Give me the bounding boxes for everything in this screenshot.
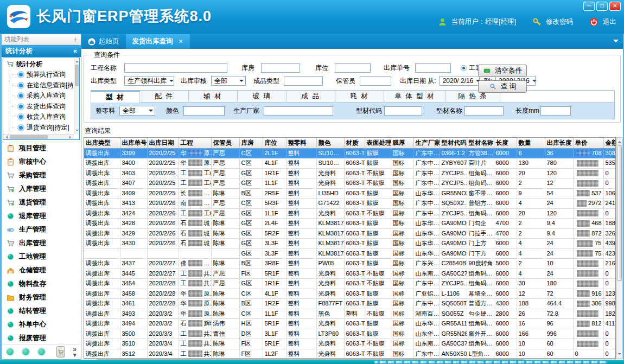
keeper-input[interactable] xyxy=(360,76,391,86)
tree-item[interactable]: 预算执行查询 xyxy=(4,69,73,80)
profile-name-input[interactable] xyxy=(464,106,504,116)
sidebar-item-工地管理[interactable]: 工地管理 xyxy=(2,250,81,264)
tab-close-icon[interactable]: ✕ xyxy=(179,38,183,45)
table-row[interactable]: 调拨出库35002020/3/3工共工程曹佳D区3L1F整料LT3P606063… xyxy=(84,329,616,339)
column-header-date[interactable]: 出库日期 xyxy=(147,138,179,148)
manufacturer-input[interactable] xyxy=(264,106,333,116)
project-name-input[interactable] xyxy=(124,63,227,73)
column-header-color[interactable]: 颜色 xyxy=(316,138,344,148)
sidebar-item-项目管理[interactable]: 项目管理 xyxy=(2,142,81,155)
outbound-no-input[interactable] xyxy=(415,63,451,73)
minimize-button[interactable]: ─ xyxy=(583,2,595,11)
pin-icon[interactable] xyxy=(72,36,78,42)
section-header-statistics[interactable]: 统计分析 « xyxy=(2,45,81,57)
sidebar-item-物料盘存[interactable]: 物料盘存 xyxy=(2,277,81,291)
product-type-input[interactable] xyxy=(284,76,323,86)
collapse-icon[interactable]: « xyxy=(73,47,77,55)
quick-dot-icon[interactable] xyxy=(22,348,29,355)
table-row[interactable]: 调拨出库34282020/2/26石城陈琳G区2L4F整料KLM38176063… xyxy=(84,219,616,229)
table-row[interactable]: 调拨出库35122020/3/4工共工程陈琳F区1L2F整料光身料6063-T5… xyxy=(84,349,616,359)
column-header-warehouse[interactable]: 库房 xyxy=(239,138,263,148)
table-row[interactable]: 调拨出库34092020/2/25长…陈琳B区2R5F整料LI35HD6063-… xyxy=(84,188,616,199)
table-row[interactable]: 调拨出库34612020/2/28华原…陈琳B区1R2F整料F8877FT606… xyxy=(84,299,616,309)
column-header-code[interactable]: 型材代码 xyxy=(440,138,467,148)
table-row[interactable]: 调拨出库34302020/2/26石城陈琳G区3L3F整料KLM38176063… xyxy=(84,239,616,249)
table-row[interactable]: 调拨出库34582020/2/28华原…陈琳C区4L1F整料光身料6063-T5… xyxy=(84,289,616,299)
material-tab-耗材[interactable]: 耗 材 xyxy=(335,91,384,103)
audit-select[interactable]: 全部 xyxy=(211,76,246,86)
material-tab-单体型材[interactable]: 单 体 型 材 xyxy=(384,91,446,103)
change-password-link[interactable]: 修改密码 xyxy=(546,17,573,27)
table-row[interactable]: 调拨出库34942020/3/2石辉城汤伟H区5R1F整料光身料6063-T5贴… xyxy=(84,319,616,329)
sidebar-item-采购管理[interactable]: 采购管理 xyxy=(2,169,81,182)
table-row[interactable]: 调拨出库34072020/2/25工工程严思G区1L1F整料光身料6063-T5… xyxy=(84,178,616,189)
material-tab-配件[interactable]: 配 件 xyxy=(140,91,189,103)
warehouse-input[interactable] xyxy=(261,63,300,73)
column-header-qty[interactable]: 数量 xyxy=(517,138,545,148)
table-row[interactable]: G区3L3F整料KLM38176063-T5贴膜国标山东华…GA90MO9.门下… xyxy=(84,248,616,259)
table-row[interactable]: 调拨出库34372020/2/27佛…陈琳B区3R8F整料PW056063-T5… xyxy=(84,259,616,269)
column-header-keeper[interactable]: 保管员 xyxy=(211,138,239,148)
sidebar-item-审核中心[interactable]: 审核中心 xyxy=(2,155,81,169)
column-header-type[interactable]: 出库类型 xyxy=(84,138,120,148)
profile-code-input[interactable] xyxy=(384,106,422,116)
radio-gongzhuang[interactable] xyxy=(461,65,467,71)
table-row[interactable]: 调拨出库34932020/3/2华原…陈琳C区1L1F整料黑色塑料不贴膜国标湖南… xyxy=(84,309,616,319)
sidebar-item-报废管理[interactable]: 报废管理 xyxy=(2,331,81,344)
clear-conditions-button[interactable]: 清空条件 xyxy=(478,65,527,77)
table-row[interactable]: 调拨出库34452020/2/27工共工程严思F区5R1F整料光身料6063-T… xyxy=(84,269,616,279)
column-header-name[interactable]: 型材名称 xyxy=(467,138,494,148)
color-input[interactable] xyxy=(183,106,225,116)
column-header-maker[interactable]: 生产厂家 xyxy=(413,138,440,148)
overflow-chevron[interactable]: »▾ xyxy=(73,347,77,357)
tree-root-statistics[interactable]: 统计分析 xyxy=(4,59,73,69)
table-row[interactable]: 调拨出库35102020/3/4工共工程陈琳F区5R1F整料光身料6063-T5… xyxy=(84,339,616,349)
whole-piece-select[interactable]: 全部 xyxy=(119,106,155,116)
tree-horizontal-scrollbar[interactable] xyxy=(3,134,74,139)
location-input[interactable] xyxy=(335,63,371,73)
sidebar-item-财务管理[interactable]: 财务管理 xyxy=(2,291,81,304)
tree-item[interactable]: 发货出库查询 xyxy=(4,101,73,112)
column-header-material[interactable]: 材质 xyxy=(344,138,365,148)
search-button[interactable]: 查 询 xyxy=(478,80,527,93)
sidebar-item-退货管理[interactable]: 退货管理 xyxy=(2,196,81,209)
column-header-location[interactable]: 库位 xyxy=(263,138,286,148)
table-row[interactable]: 调拨出库34242020/2/26工工程严思G区1L1F整料光身料6063-T5… xyxy=(84,208,616,219)
length-mm-input[interactable] xyxy=(540,106,571,116)
close-button[interactable]: ✕ xyxy=(609,2,621,11)
tree-item[interactable]: 退货查询[待定] xyxy=(4,123,73,133)
cart-quick-button[interactable] xyxy=(56,346,65,357)
maximize-button[interactable]: □ xyxy=(596,2,608,11)
tab-list-caret-icon[interactable] xyxy=(613,40,619,45)
column-header-amount[interactable]: 金额 xyxy=(603,138,616,148)
sidebar-item-补单中心[interactable]: 补单中心 xyxy=(2,318,81,331)
sidebar-item-入库管理[interactable]: 入库管理 xyxy=(2,182,81,196)
sidebar-item-仓储管理[interactable]: 仓储管理 xyxy=(2,264,81,277)
column-header-whole[interactable]: 整零料 xyxy=(286,138,316,148)
tree-vertical-scrollbar[interactable] xyxy=(74,58,79,134)
column-header-project[interactable]: 工程 xyxy=(179,138,211,148)
tab-shipment-outbound-query[interactable]: 发货出库查询 ✕ xyxy=(126,34,190,49)
sidebar-item-出库管理[interactable]: 出库管理 xyxy=(2,237,81,250)
table-row[interactable]: 调拨出库34002020/2/25华原…严思C区4L1F整料SU10…6063-… xyxy=(84,158,616,169)
table-row[interactable]: 调拨出库33992020/2/25华原…严思C区2L1F整料SU10…6063-… xyxy=(84,148,616,158)
table-row[interactable]: 调拨出库34032020/2/25工工程严思G区1R1F整料光身料6063-T5… xyxy=(84,168,616,178)
tree-item[interactable]: 在途信息查询[待 xyxy=(4,80,73,91)
column-header-length[interactable]: 长度 xyxy=(494,138,517,148)
quick-dot-icon[interactable] xyxy=(38,348,45,355)
date-from-select[interactable]: 2020/ 2/16 xyxy=(440,76,480,86)
table-row[interactable]: 调拨出库34292020/2/26石城陈琳G区5R2F整料KLM38176063… xyxy=(84,228,616,239)
column-header-price[interactable]: 单价 xyxy=(573,138,603,148)
logout-link[interactable]: 退出 xyxy=(603,17,616,27)
table-row[interactable]: 调拨出库34132020/2/26南…严思C区5R3F整料G714226063-… xyxy=(84,199,616,209)
column-header-no[interactable]: 出库单号 xyxy=(120,138,147,148)
table-row[interactable]: 调拨出库34542020/2/28工共工程严思G区1R1F整料光身料6063-T… xyxy=(84,279,616,289)
grid-vertical-scrollbar[interactable] xyxy=(616,137,623,359)
sidebar-item-生产管理[interactable]: 生产管理 xyxy=(2,223,81,237)
out-type-select[interactable]: 生产领料出库 xyxy=(124,76,174,86)
material-tab-玻璃[interactable]: 玻 璃 xyxy=(238,91,286,103)
column-header-outlen[interactable]: 出库长度 xyxy=(545,138,573,148)
tree-item[interactable]: 收货入库查询 xyxy=(4,112,73,123)
material-tab-型材[interactable]: 型 材 xyxy=(91,91,140,103)
sidebar-item-结转管理[interactable]: 结转管理 xyxy=(2,304,81,318)
